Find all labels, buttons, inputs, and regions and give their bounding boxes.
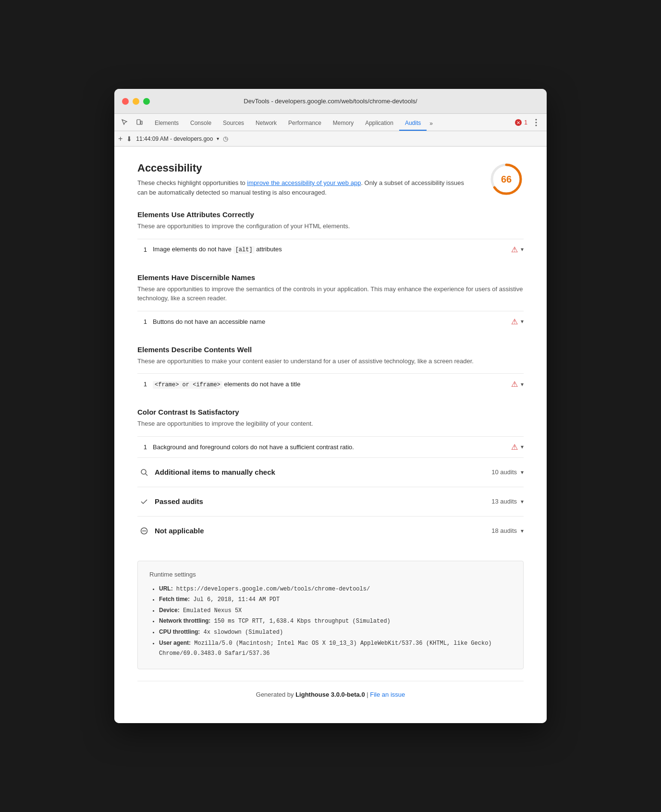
audit-right: ⚠ ▾ <box>511 443 524 452</box>
devtools-toolbar2: + ⬇ 11:44:09 AM - developers.goo ▾ ◷ <box>114 131 547 147</box>
search-icon <box>137 466 151 479</box>
add-icon[interactable]: + <box>118 135 122 143</box>
window-title: DevTools - developers.google.com/web/too… <box>244 98 417 105</box>
section-desc-2: These are opportunities to improve the s… <box>137 284 524 303</box>
list-item: Network throttling: 150 ms TCP RTT, 1,63… <box>159 616 512 627</box>
score-number: 66 <box>501 174 512 185</box>
svg-point-5 <box>536 122 537 123</box>
audit-item: 1 Background and foreground colors do no… <box>137 436 524 457</box>
section-describe-contents: Elements Describe Contents Well These ar… <box>137 345 524 395</box>
runtime-settings: Runtime settings URL: https://developers… <box>137 561 524 669</box>
main-content: Accessibility These checks highlight opp… <box>114 147 547 723</box>
svg-text:✕: ✕ <box>516 120 520 125</box>
accessibility-title: Accessibility <box>137 162 464 174</box>
passed-audits-count: 13 audits <box>491 498 517 505</box>
accessibility-description: These checks highlight opportunities to … <box>137 178 464 197</box>
device-icon[interactable] <box>133 116 146 129</box>
runtime-list: URL: https://developers.google.com/web/t… <box>149 584 512 659</box>
not-applicable-title: Not applicable <box>155 527 491 535</box>
svg-line-10 <box>146 474 147 476</box>
section-title-2: Elements Have Discernible Names <box>137 273 524 282</box>
warning-icon: ⚠ <box>511 245 518 254</box>
tab-audits[interactable]: Audits <box>399 116 427 131</box>
lighthouse-label: Lighthouse 3.0.0-beta.0 <box>295 691 365 698</box>
toolbar-url[interactable]: 11:44:09 AM - developers.goo <box>136 135 213 142</box>
toolbar-right: ✕ 1 <box>514 116 543 129</box>
tab-memory[interactable]: Memory <box>327 116 359 131</box>
warning-icon: ⚠ <box>511 380 518 389</box>
accessibility-link[interactable]: improve the accessibility of your web ap… <box>247 179 361 186</box>
list-item: CPU throttling: 4x slowdown (Simulated) <box>159 627 512 638</box>
section-discernible-names: Elements Have Discernible Names These ar… <box>137 273 524 332</box>
list-item: Fetch time: Jul 6, 2018, 11:44 AM PDT <box>159 594 512 605</box>
footer: Generated by Lighthouse 3.0.0-beta.0 | F… <box>137 681 524 708</box>
tab-application[interactable]: Application <box>359 116 399 131</box>
collapsible-additional[interactable]: Additional items to manually check 10 au… <box>137 457 524 487</box>
tab-elements[interactable]: Elements <box>149 116 184 131</box>
svg-rect-0 <box>137 120 140 124</box>
svg-point-6 <box>536 124 537 126</box>
tab-console[interactable]: Console <box>184 116 217 131</box>
accessibility-header: Accessibility These checks highlight opp… <box>137 162 524 197</box>
chevron-down-icon: ▾ <box>521 469 524 476</box>
svg-rect-1 <box>141 121 142 124</box>
tab-sources[interactable]: Sources <box>217 116 250 131</box>
inspect-icon[interactable] <box>118 116 132 129</box>
audit-label: Buttons do not have an accessible name <box>153 318 505 325</box>
svg-point-9 <box>141 469 146 474</box>
error-badge[interactable]: ✕ 1 <box>514 119 527 126</box>
passed-audits-title: Passed audits <box>155 497 491 505</box>
audit-num: 1 <box>137 318 147 325</box>
clock-icon[interactable]: ◷ <box>223 135 228 142</box>
chevron-icon[interactable]: ▾ <box>521 246 524 253</box>
download-icon[interactable]: ⬇ <box>126 135 132 143</box>
footer-text: Generated by Lighthouse 3.0.0-beta.0 | F… <box>256 691 405 698</box>
score-circle: 66 <box>489 162 524 197</box>
minus-circle-icon <box>137 524 151 538</box>
audit-code: <frame> or <iframe> <box>153 381 222 389</box>
maximize-button[interactable] <box>143 98 150 105</box>
audit-label: <frame> or <iframe> elements do not have… <box>153 381 505 388</box>
tab-bar: Elements Console Sources Network Perform… <box>149 114 514 131</box>
section-color-contrast: Color Contrast Is Satisfactory These are… <box>137 408 524 457</box>
warning-icon: ⚠ <box>511 317 518 326</box>
chevron-down-icon: ▾ <box>521 498 524 505</box>
check-icon <box>137 495 151 508</box>
chevron-icon[interactable]: ▾ <box>521 381 524 388</box>
collapsible-passed[interactable]: Passed audits 13 audits ▾ <box>137 487 524 516</box>
svg-point-4 <box>536 119 537 120</box>
collapsible-not-applicable[interactable]: Not applicable 18 audits ▾ <box>137 516 524 545</box>
minimize-button[interactable] <box>133 98 139 105</box>
error-count: 1 <box>524 119 527 126</box>
audit-item: 1 Image elements do not have [alt] attri… <box>137 239 524 260</box>
audit-item: 1 Buttons do not have an accessible name… <box>137 311 524 332</box>
section-title-1: Elements Use Attributes Correctly <box>137 210 524 219</box>
titlebar: DevTools - developers.google.com/web/too… <box>114 89 547 114</box>
accessibility-info: Accessibility These checks highlight opp… <box>137 162 464 197</box>
not-applicable-count: 18 audits <box>491 527 517 534</box>
list-item: User agent: Mozilla/5.0 (Macintosh; Inte… <box>159 638 512 659</box>
section-desc-4: These are opportunities to improve the l… <box>137 419 524 429</box>
audit-num: 1 <box>137 246 147 253</box>
chevron-icon[interactable]: ▾ <box>521 443 524 450</box>
browser-window: DevTools - developers.google.com/web/too… <box>114 89 547 723</box>
audit-label: Image elements do not have [alt] attribu… <box>153 246 505 253</box>
audit-right: ⚠ ▾ <box>511 317 524 326</box>
tab-performance[interactable]: Performance <box>282 116 327 131</box>
menu-icon[interactable] <box>529 116 543 129</box>
chevron-icon[interactable]: ▾ <box>521 318 524 325</box>
audit-label: Background and foreground colors do not … <box>153 443 505 451</box>
additional-items-count: 10 audits <box>491 468 517 476</box>
audit-right: ⚠ ▾ <box>511 245 524 254</box>
section-elements-attributes: Elements Use Attributes Correctly These … <box>137 210 524 260</box>
section-desc-1: These are opportunities to improve the c… <box>137 221 524 231</box>
dropdown-icon[interactable]: ▾ <box>217 136 219 141</box>
file-issue-link[interactable]: File an issue <box>370 691 405 698</box>
list-item: URL: https://developers.google.com/web/t… <box>159 584 512 595</box>
audit-right: ⚠ ▾ <box>511 380 524 389</box>
tab-more[interactable]: » <box>427 116 436 131</box>
audit-code: [alt] <box>233 246 255 254</box>
close-button[interactable] <box>122 98 129 105</box>
list-item: Device: Emulated Nexus 5X <box>159 605 512 616</box>
tab-network[interactable]: Network <box>250 116 282 131</box>
